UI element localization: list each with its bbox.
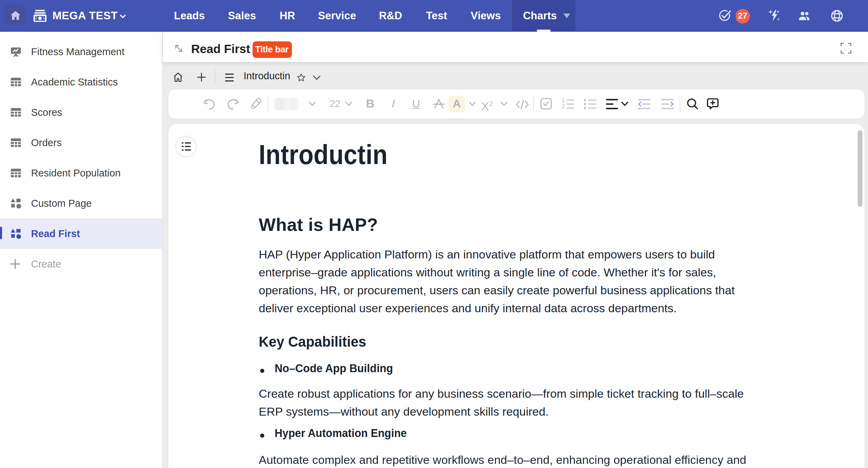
svg-text:1: 1: [562, 98, 565, 103]
svg-text:2: 2: [562, 103, 565, 109]
